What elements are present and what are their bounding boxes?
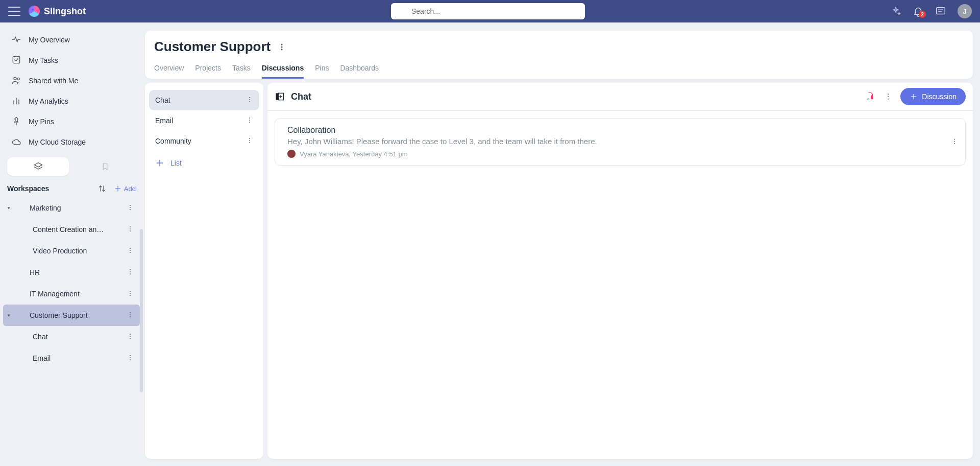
more-icon[interactable] <box>125 354 136 363</box>
workspace-child-item[interactable]: Content Creation an… <box>3 219 140 240</box>
layers-icon <box>15 267 26 277</box>
discussion-list-item[interactable]: Email <box>149 110 259 131</box>
thread-card[interactable]: Collaboration Hey, John Williams! Please… <box>275 118 966 166</box>
tab-dashboards[interactable]: Dashboards <box>340 64 379 79</box>
collapse-panel-icon[interactable] <box>275 91 285 102</box>
svg-point-41 <box>130 357 131 358</box>
more-icon[interactable] <box>125 247 136 255</box>
plus-icon <box>155 158 165 168</box>
thread-list: Collaboration Hey, John Williams! Please… <box>267 111 973 459</box>
more-icon[interactable] <box>246 137 253 146</box>
panel-more-icon[interactable] <box>884 92 892 101</box>
workspace-item[interactable]: IT Management <box>3 283 140 305</box>
svg-point-28 <box>130 273 131 274</box>
layers-icon <box>15 289 26 299</box>
plus-icon <box>114 184 122 193</box>
messages-icon[interactable] <box>935 6 946 17</box>
sidebar-item-label: My Tasks <box>29 56 58 64</box>
svg-point-42 <box>130 359 131 360</box>
more-icon[interactable] <box>246 116 253 125</box>
rocket-icon[interactable] <box>865 91 876 102</box>
more-icon[interactable] <box>246 96 253 105</box>
svg-marker-29 <box>17 290 24 294</box>
bookmark-icon <box>101 162 110 171</box>
svg-point-31 <box>130 293 131 294</box>
ai-sparkle-icon[interactable] <box>890 6 901 17</box>
more-icon[interactable] <box>125 311 136 320</box>
svg-point-32 <box>130 295 131 296</box>
expand-icon[interactable]: ▾ <box>6 313 11 318</box>
layers-icon <box>15 310 26 320</box>
sidebar-item-my-tasks[interactable]: My Tasks <box>3 50 140 71</box>
svg-point-49 <box>249 118 250 119</box>
more-icon[interactable] <box>125 225 136 234</box>
workspace-tree: ▾ Marketing Content Creation an…Video Pr… <box>0 196 143 466</box>
sidebar-item-my-pins[interactable]: My Pins <box>3 111 140 132</box>
svg-point-22 <box>130 248 131 249</box>
global-search[interactable] <box>391 3 585 19</box>
more-icon[interactable] <box>125 290 136 298</box>
bookmark-view-toggle[interactable] <box>74 157 136 176</box>
logo-icon <box>29 6 40 17</box>
thread-meta: Vyara Yanakieva, Yesterday 4:51 pm <box>287 150 943 158</box>
svg-line-1 <box>402 13 404 14</box>
svg-point-48 <box>249 101 250 102</box>
sort-icon[interactable] <box>97 184 107 193</box>
workspace-label: HR <box>30 268 120 276</box>
list-item-label: Community <box>155 137 191 145</box>
sidebar-item-label: Shared with Me <box>29 77 78 85</box>
notifications-icon[interactable]: 2 <box>913 6 924 17</box>
new-discussion-button[interactable]: Discussion <box>900 88 966 105</box>
sidebar-item-my-analytics[interactable]: My Analytics <box>3 91 140 111</box>
sidebar-item-label: My Pins <box>29 118 54 126</box>
sidebar-scrollbar[interactable] <box>140 229 143 392</box>
search-input[interactable] <box>410 7 580 16</box>
tab-pins[interactable]: Pins <box>315 64 329 79</box>
tab-overview[interactable]: Overview <box>154 64 184 79</box>
page-more-icon[interactable] <box>278 43 286 51</box>
thread-author-time: Vyara Yanakieva, Yesterday 4:51 pm <box>300 150 408 158</box>
svg-rect-2 <box>937 8 945 14</box>
more-icon[interactable] <box>125 268 136 277</box>
workspace-item[interactable]: ▾ Marketing <box>3 197 140 219</box>
discussion-list-item[interactable]: Community <box>149 131 259 151</box>
discussion-list-item[interactable]: Chat <box>149 90 259 110</box>
svg-marker-12 <box>34 163 42 167</box>
svg-marker-15 <box>17 204 24 208</box>
add-workspace-button[interactable]: Add <box>114 184 136 193</box>
thread-more-icon[interactable] <box>951 137 958 146</box>
add-list-button[interactable]: List <box>149 153 259 173</box>
svg-point-54 <box>249 142 250 143</box>
discussion-header: Chat Discussion <box>267 83 973 111</box>
expand-icon[interactable]: ▾ <box>6 205 11 211</box>
svg-point-26 <box>130 269 131 270</box>
menu-toggle[interactable] <box>8 7 20 16</box>
brand[interactable]: Slingshot <box>29 6 86 17</box>
sidebar-item-shared-with-me[interactable]: Shared with Me <box>3 71 140 91</box>
tab-tasks[interactable]: Tasks <box>232 64 251 79</box>
more-icon[interactable] <box>125 333 136 341</box>
svg-point-27 <box>130 271 131 272</box>
user-avatar[interactable]: J <box>958 4 972 18</box>
more-icon[interactable] <box>125 204 136 213</box>
search-icon <box>396 7 405 16</box>
sidebar-item-my-overview[interactable]: My Overview <box>3 30 140 50</box>
sidebar-item-my-cloud-storage[interactable]: My Cloud Storage <box>3 132 140 152</box>
brand-label: Slingshot <box>44 6 86 17</box>
workspace-item[interactable]: HR <box>3 262 140 283</box>
sidebar-item-label: My Cloud Storage <box>29 138 86 146</box>
svg-point-52 <box>249 138 250 139</box>
workspace-view-toggle[interactable] <box>7 157 69 176</box>
workspace-item[interactable]: ▾ Customer Support <box>3 305 140 326</box>
svg-point-66 <box>954 141 955 142</box>
workspace-child-item[interactable]: Chat <box>3 326 140 347</box>
list-item-label: Chat <box>155 96 170 104</box>
workspace-child-item[interactable]: Video Production <box>3 240 140 262</box>
plus-icon <box>910 92 918 101</box>
tab-projects[interactable]: Projects <box>195 64 221 79</box>
tab-discussions[interactable]: Discussions <box>262 64 304 79</box>
svg-point-6 <box>14 77 16 80</box>
svg-point-47 <box>249 99 250 100</box>
workspace-child-item[interactable]: Email <box>3 347 140 369</box>
svg-point-40 <box>130 355 131 356</box>
